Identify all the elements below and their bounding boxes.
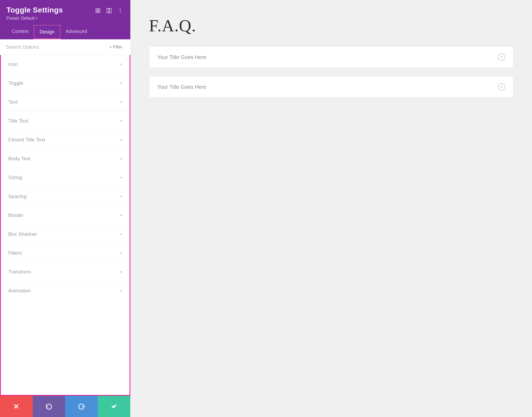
search-bar: Search Options + Filter: [0, 39, 130, 55]
chevron-down-icon-body-text: ▾: [120, 157, 122, 161]
chevron-down-icon-border: ▾: [120, 213, 122, 217]
faq-item-2-expand-icon[interactable]: +: [498, 83, 505, 91]
chevron-down-icon-box-shadow: ▾: [120, 232, 122, 236]
accordion-item-spacing[interactable]: Spacing ▾: [1, 187, 130, 206]
accordion-label-body-text: Body Text: [8, 156, 30, 162]
preset-label[interactable]: Preset: Default ▾: [6, 16, 124, 21]
accordion-item-body-text[interactable]: Body Text ▾: [1, 149, 130, 168]
tabs-row: Content Design Advanced: [6, 25, 124, 39]
svg-rect-0: [96, 9, 98, 10]
chevron-down-icon-transform: ▾: [120, 270, 122, 274]
svg-rect-1: [98, 9, 100, 10]
accordion-label-icon: Icon: [8, 61, 18, 67]
action-bar: [0, 396, 130, 417]
accordion-label-filters: Filters: [8, 250, 22, 256]
faq-item-2[interactable]: Your Title Goes Here +: [149, 76, 513, 98]
chevron-down-icon-spacing: ▾: [120, 194, 122, 199]
columns-icon[interactable]: [105, 7, 113, 14]
accordion-item-border[interactable]: Border ▾: [1, 206, 130, 225]
accordion-label-box-shadow: Box Shadow: [8, 231, 37, 237]
chevron-down-icon-text: ▾: [120, 100, 122, 104]
search-options-label: Search Options: [6, 44, 39, 50]
focus-icon[interactable]: [94, 7, 102, 14]
accordion-item-text[interactable]: Text ▾: [1, 93, 130, 112]
faq-item-1-title: Your Title Goes Here: [157, 54, 206, 60]
accordion-item-transform[interactable]: Transform ▾: [1, 263, 130, 281]
accordion-item-sizing[interactable]: Sizing ▾: [1, 168, 130, 187]
save-button[interactable]: [98, 396, 131, 417]
chevron-down-icon-toggle: ▾: [120, 81, 122, 85]
faq-item-2-title: Your Title Goes Here: [157, 84, 206, 90]
tab-content[interactable]: Content: [6, 25, 34, 39]
faq-item-1[interactable]: Your Title Goes Here +: [149, 46, 513, 68]
svg-point-8: [120, 12, 120, 12]
panel-header-top: Toggle Settings: [6, 6, 124, 14]
content-area: F.A.Q. Your Title Goes Here + Your Title…: [130, 0, 532, 417]
more-options-icon[interactable]: [117, 7, 124, 14]
svg-rect-3: [98, 11, 100, 13]
accordion-label-spacing: Spacing: [8, 193, 27, 199]
accordion-label-sizing: Sizing: [8, 175, 22, 180]
chevron-down-icon-sizing: ▾: [120, 175, 122, 180]
svg-rect-4: [107, 9, 109, 13]
chevron-down-icon-animation: ▾: [120, 289, 122, 293]
accordion-list: Icon ▾ Toggle ▾ Text ▾ Title Text ▾ Clos…: [0, 55, 130, 396]
faq-title: F.A.Q.: [149, 16, 513, 36]
accordion-item-title-text[interactable]: Title Text ▾: [1, 112, 130, 130]
undo-button[interactable]: [33, 396, 65, 417]
svg-point-6: [120, 9, 120, 10]
svg-rect-5: [109, 9, 111, 13]
chevron-down-icon-title-text: ▾: [120, 119, 122, 123]
panel-header: Toggle Settings: [0, 0, 130, 39]
accordion-label-transform: Transform: [8, 269, 31, 275]
chevron-down-icon-icon: ▾: [120, 62, 122, 66]
filter-button[interactable]: + Filter: [107, 44, 124, 50]
settings-panel: Toggle Settings: [0, 0, 130, 417]
accordion-label-closed-title-text: Closed Title Text: [8, 137, 45, 143]
chevron-down-icon-closed-title: ▾: [120, 138, 122, 142]
accordion-item-box-shadow[interactable]: Box Shadow ▾: [1, 225, 130, 244]
accordion-label-animation: Animation: [8, 288, 31, 294]
cancel-button[interactable]: [0, 396, 33, 417]
preset-chevron-icon: ▾: [36, 16, 37, 20]
redo-button[interactable]: [65, 396, 98, 417]
panel-title: Toggle Settings: [6, 6, 63, 14]
accordion-item-toggle[interactable]: Toggle ▾: [1, 74, 130, 93]
accordion-item-closed-title-text[interactable]: Closed Title Text ▾: [1, 130, 130, 149]
header-icons: [94, 7, 124, 14]
svg-point-7: [120, 10, 120, 11]
accordion-label-border: Border: [8, 212, 23, 218]
accordion-label-title-text: Title Text: [8, 118, 28, 124]
chevron-down-icon-filters: ▾: [120, 251, 122, 255]
accordion-label-toggle: Toggle: [8, 80, 23, 86]
svg-rect-2: [96, 11, 98, 13]
accordion-item-filters[interactable]: Filters ▾: [1, 244, 130, 263]
accordion-label-text: Text: [8, 99, 18, 105]
tab-advanced[interactable]: Advanced: [60, 25, 92, 39]
faq-item-1-expand-icon[interactable]: +: [498, 53, 505, 61]
filter-label: + Filter: [109, 45, 122, 49]
accordion-item-animation[interactable]: Animation ▾: [1, 281, 130, 300]
accordion-item-icon[interactable]: Icon ▾: [1, 55, 130, 74]
tab-design[interactable]: Design: [34, 25, 60, 39]
